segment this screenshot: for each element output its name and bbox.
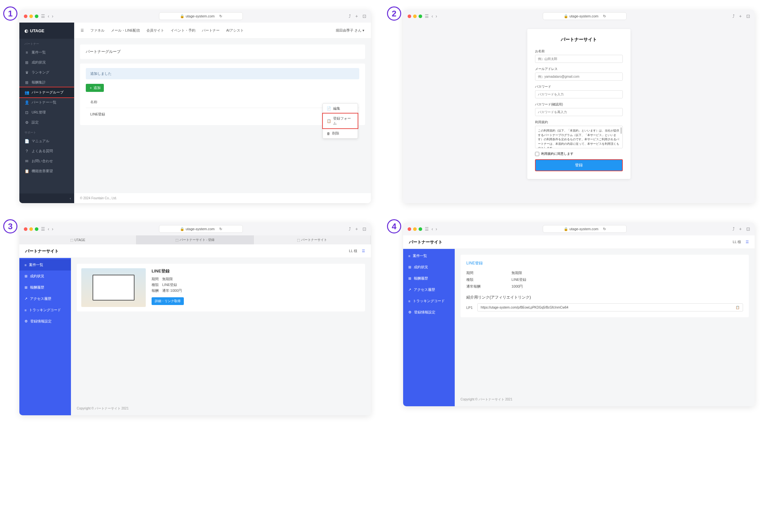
trash-icon: 🗑 <box>327 132 330 135</box>
sidebar-item-url[interactable]: ⊡URL管理 <box>19 107 74 117</box>
copy-icon[interactable]: 📋 <box>736 306 739 309</box>
add-button[interactable]: ＋ 追加 <box>86 84 104 92</box>
tab-register[interactable]: ⬚パートナーサイト - 登録 <box>136 235 253 244</box>
topnav-ai[interactable]: AIアシスト <box>226 28 243 33</box>
topnav-funnel[interactable]: ファネル <box>90 28 104 33</box>
fwd-icon[interactable]: › <box>436 226 437 232</box>
url-bar[interactable]: 🔒utage-system.com↻ <box>159 225 243 233</box>
terms-box[interactable]: この利用規約（以下、「本規約」といいます）は、当社が提供するパートナープログラム… <box>535 126 623 148</box>
sidebar-icon[interactable]: ☰ <box>41 14 45 19</box>
topnav-mail[interactable]: メール・LINE配信 <box>111 28 140 33</box>
password-confirm-field[interactable] <box>535 108 623 116</box>
topnav-member[interactable]: 会員サイト <box>146 28 164 33</box>
share-icon[interactable]: ⤴ <box>349 14 351 19</box>
url-bar[interactable]: 🔒utage-system.com↻ <box>543 12 627 20</box>
tabs-icon[interactable]: ⊡ <box>362 14 366 19</box>
sidebar-item-settings[interactable]: ⚙登録情報設定 <box>19 316 71 327</box>
sidebar-item-rewards[interactable]: ⊞報酬履歴 <box>403 273 455 284</box>
sidebar-item-contact[interactable]: ✉お問い合わせ <box>19 156 74 166</box>
fwd-icon[interactable]: › <box>52 14 54 19</box>
step-badge-1: 1 <box>3 6 17 21</box>
back-icon[interactable]: ‹ <box>432 14 433 19</box>
submit-button[interactable]: 登録 <box>535 159 623 171</box>
password-field[interactable] <box>535 90 623 98</box>
sidebar-item-partner-group[interactable]: 👥パートナーグループ <box>19 87 75 98</box>
back-icon[interactable]: ‹ <box>48 226 49 232</box>
back-icon[interactable]: ‹ <box>48 14 49 19</box>
sidebar-item-partner-list[interactable]: 👤パートナー一覧 <box>19 97 74 107</box>
sidebar-item-contracts[interactable]: ⊞成約状況 <box>19 271 71 282</box>
plus-icon[interactable]: + <box>355 14 358 19</box>
card-title: LINE登録 <box>466 261 743 266</box>
tab-utage[interactable]: ⬚UTAGE <box>19 235 136 244</box>
step-badge-3: 3 <box>3 219 17 233</box>
topnav-partner[interactable]: パートナー <box>202 28 220 33</box>
user-menu[interactable]: 堀田由季子 さん ▾ <box>336 28 364 33</box>
traffic-lights[interactable] <box>24 15 38 18</box>
url-bar[interactable]: 🔒utage-system.com↻ <box>159 12 243 20</box>
sidebar-item-tracking[interactable]: ≡トラッキングコード <box>19 304 71 316</box>
sidebar-item-reward[interactable]: ⊞報酬集計 <box>19 77 74 87</box>
reload-icon[interactable]: ↻ <box>219 14 222 18</box>
sidebar-item-contracts[interactable]: ⊞成約状況 <box>19 57 74 67</box>
tabs-icon[interactable]: ⊡ <box>362 226 366 232</box>
share-icon[interactable]: ⤴ <box>732 14 735 19</box>
col-name: 名称 <box>86 96 359 108</box>
email-field[interactable] <box>535 73 623 81</box>
sidebar-item-feedback[interactable]: 📋機能改善要望 <box>19 166 74 176</box>
header-title: パートナーサイト <box>409 239 442 245</box>
sidebar-item-cases[interactable]: ≡案件一覧 <box>19 47 74 57</box>
sidebar-item-rewards[interactable]: ⊞報酬履歴 <box>19 282 71 293</box>
tabs-icon[interactable]: ⊡ <box>746 14 750 19</box>
menu-register-form[interactable]: 📋登録フォーム <box>322 113 358 129</box>
sidebar-item-settings[interactable]: ⚙設定 <box>19 117 74 127</box>
url-bar[interactable]: 🔒utage-system.com↻ <box>543 225 627 233</box>
sidebar-item-cases[interactable]: ≡案件一覧 <box>403 250 455 261</box>
name-field[interactable] <box>535 55 623 63</box>
sidebar-item-settings[interactable]: ⚙登録情報設定 <box>403 307 455 318</box>
traffic-lights[interactable] <box>24 227 38 231</box>
fwd-icon[interactable]: › <box>436 14 437 19</box>
menu-delete[interactable]: 🗑削除 <box>323 128 358 138</box>
sidebar-item-access[interactable]: ↗アクセス履歴 <box>19 293 71 304</box>
link-input[interactable]: https://utage-system.com/p/BEowLpPKDGq5/… <box>477 303 743 311</box>
traffic-lights[interactable] <box>408 227 422 231</box>
sidebar-icon[interactable]: ☰ <box>425 14 429 19</box>
menu-icon[interactable]: ☰ <box>81 28 84 33</box>
back-icon[interactable]: ‹ <box>432 226 433 232</box>
sidebar-item-access[interactable]: ↗アクセス履歴 <box>403 284 455 295</box>
sidebar-item-faq[interactable]: ?よくある質問 <box>19 146 74 156</box>
share-icon[interactable]: ⤴ <box>349 226 351 232</box>
sidebar-item-contracts[interactable]: ⊞成約状況 <box>403 261 455 273</box>
plus-icon[interactable]: + <box>355 226 358 232</box>
hamburger-icon[interactable]: ☰ <box>746 240 749 244</box>
sidebar: ◐UTAGE パートナー ≡案件一覧 ⊞成約状況 ♛ランキング ⊞報酬集計 👥パ… <box>19 23 74 203</box>
detail-button[interactable]: 詳細・リンク取得 <box>152 297 184 305</box>
reload-icon[interactable]: ↻ <box>603 14 606 18</box>
reload-icon[interactable]: ↻ <box>219 227 222 231</box>
reload-icon[interactable]: ↻ <box>603 227 606 231</box>
titlebar: ☰ ‹ › 🔒utage-system.com↻ ⤴+⊡ <box>19 222 371 235</box>
tab-partner-site[interactable]: ⬚パートナーサイト <box>254 235 371 244</box>
step-badge-2: 2 <box>387 6 401 21</box>
share-icon[interactable]: ⤴ <box>732 226 735 232</box>
collapse-button[interactable]: ‹ <box>19 193 74 203</box>
scrollbar[interactable] <box>620 127 622 134</box>
traffic-lights[interactable] <box>408 15 422 18</box>
logo[interactable]: ◐UTAGE <box>19 23 74 39</box>
sidebar-item-ranking[interactable]: ♛ランキング <box>19 67 74 77</box>
menu-edit[interactable]: 📄編集 <box>323 103 358 113</box>
sidebar-item-cases[interactable]: ≡案件一覧 <box>19 259 71 271</box>
sidebar-icon[interactable]: ☰ <box>41 226 45 232</box>
plus-icon[interactable]: + <box>739 14 742 19</box>
sidebar-icon[interactable]: ☰ <box>425 226 429 232</box>
topnav-event[interactable]: イベント・予約 <box>171 28 195 33</box>
sidebar-item-manual[interactable]: 📄マニュアル <box>19 136 74 146</box>
agree-input[interactable] <box>535 152 539 156</box>
tabs-icon[interactable]: ⊡ <box>746 226 750 232</box>
plus-icon[interactable]: + <box>739 226 742 232</box>
sidebar-item-tracking[interactable]: ≡トラッキングコード <box>403 295 455 307</box>
fwd-icon[interactable]: › <box>52 226 54 232</box>
hamburger-icon[interactable]: ☰ <box>362 249 365 253</box>
agree-checkbox[interactable]: 利用規約に同意します <box>535 152 623 156</box>
